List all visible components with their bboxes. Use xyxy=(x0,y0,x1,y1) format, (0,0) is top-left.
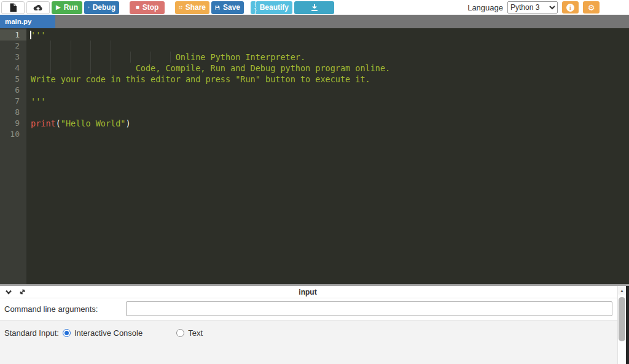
download-button[interactable] xyxy=(294,1,334,14)
command-args-row: Command line arguments: xyxy=(0,298,629,320)
share-button[interactable]: Share xyxy=(175,1,209,14)
line-number: 8 xyxy=(0,107,26,118)
radio-label: Text xyxy=(188,328,203,338)
code-line[interactable] xyxy=(26,129,629,140)
command-args-label: Command line arguments: xyxy=(4,304,98,314)
line-number: 2 xyxy=(0,41,26,52)
collapse-panel-button[interactable] xyxy=(5,289,12,295)
radio-button[interactable] xyxy=(176,329,184,337)
new-file-button[interactable] xyxy=(1,1,25,14)
standard-input-label: Standard Input: xyxy=(4,328,59,338)
braces-icon: { } xyxy=(254,1,257,14)
debug-label: Debug xyxy=(93,3,115,12)
indent-guide xyxy=(90,41,91,74)
input-panel-title: input xyxy=(0,288,615,296)
tab-bar: main.py xyxy=(0,15,629,28)
language-select[interactable]: Python 3 xyxy=(507,1,558,14)
line-number: 4 xyxy=(0,63,26,74)
panel-scrollbar[interactable]: ▲ xyxy=(617,286,626,364)
language-box: Language Python 3 i ⚙ xyxy=(467,1,600,14)
radio-label: Interactive Console xyxy=(74,328,143,338)
toolbar: ▶ Run Debug ■ Stop Share Save { } Beauti… xyxy=(0,0,629,15)
standard-input-row: Standard Input: Interactive ConsoleText xyxy=(0,320,629,338)
tab-label: main.py xyxy=(5,18,31,25)
language-label: Language xyxy=(467,3,503,12)
indent-guide xyxy=(111,41,111,74)
scroll-up-button[interactable]: ▲ xyxy=(618,286,626,295)
code-line[interactable]: Write your code in this editor and press… xyxy=(26,74,629,85)
info-button[interactable]: i xyxy=(562,1,579,14)
expand-panel-button[interactable] xyxy=(18,288,26,296)
online-python-ide: ▶ Run Debug ■ Stop Share Save { } Beauti… xyxy=(0,0,629,364)
settings-button[interactable]: ⚙ xyxy=(583,1,600,14)
play-icon: ▶ xyxy=(56,4,61,10)
debug-button[interactable]: Debug xyxy=(84,1,119,14)
indent-guide xyxy=(130,52,131,63)
save-icon xyxy=(215,4,220,12)
chevron-down-icon xyxy=(5,289,12,295)
run-label: Run xyxy=(64,3,78,12)
code-line[interactable]: ''' xyxy=(26,29,629,41)
command-args-input[interactable] xyxy=(126,301,612,316)
line-number: 9 xyxy=(0,118,26,129)
stdin-option-interactive-console[interactable]: Interactive Console xyxy=(63,328,143,338)
file-icon xyxy=(9,3,17,12)
download-icon xyxy=(310,4,319,12)
code-line[interactable]: Code, Compile, Run and Debug python prog… xyxy=(26,63,629,74)
indent-guide xyxy=(170,52,171,63)
line-number: 10 xyxy=(0,129,26,140)
tab-main-py[interactable]: main.py xyxy=(0,15,55,28)
save-label: Save xyxy=(223,3,240,12)
beautify-button[interactable]: { } Beautify xyxy=(251,1,292,14)
gutter: 12345678910 xyxy=(0,28,26,284)
code-line[interactable] xyxy=(26,41,629,52)
page-edge xyxy=(626,286,629,364)
share-icon xyxy=(179,4,182,12)
scrollbar-thumb[interactable] xyxy=(619,297,625,341)
stop-icon: ■ xyxy=(136,4,139,10)
line-number: 6 xyxy=(0,85,26,96)
stop-button[interactable]: ■ Stop xyxy=(130,1,165,14)
code-line[interactable]: ''' xyxy=(26,96,629,107)
save-button[interactable]: Save xyxy=(211,1,244,14)
info-icon: i xyxy=(566,4,574,12)
code-lines[interactable]: ''' Online Python Interpreter. Code, Com… xyxy=(26,28,629,284)
line-number: 1 xyxy=(0,29,26,41)
stdin-options: Interactive ConsoleText xyxy=(63,328,236,338)
stop-label: Stop xyxy=(143,3,159,12)
stdin-option-text[interactable]: Text xyxy=(176,328,203,338)
line-number: 7 xyxy=(0,96,26,107)
input-panel: input Command line arguments: Standard I… xyxy=(0,286,629,364)
code-line[interactable]: Online Python Interpreter. xyxy=(26,52,629,63)
code-editor[interactable]: 12345678910 ''' Online Python Interprete… xyxy=(0,28,629,284)
line-number: 5 xyxy=(0,74,26,85)
indent-guide xyxy=(50,41,51,74)
cloud-upload-icon xyxy=(33,4,43,12)
indent-guide xyxy=(150,52,151,63)
code-line[interactable] xyxy=(26,107,629,118)
input-panel-header: input xyxy=(0,286,629,298)
radio-button[interactable] xyxy=(63,329,71,337)
gear-icon: ⚙ xyxy=(588,4,595,12)
expand-arrows-icon xyxy=(18,288,26,296)
indent-guide xyxy=(71,41,71,74)
share-label: Share xyxy=(186,3,206,12)
upload-button[interactable] xyxy=(26,1,50,14)
text-cursor xyxy=(30,31,31,39)
line-number: 3 xyxy=(0,52,26,63)
code-line[interactable]: print("Hello World") xyxy=(26,118,629,129)
code-line[interactable] xyxy=(26,85,629,96)
beautify-label: Beautify xyxy=(260,3,289,12)
run-button[interactable]: ▶ Run xyxy=(52,1,82,14)
debug-circle-icon xyxy=(88,4,90,11)
